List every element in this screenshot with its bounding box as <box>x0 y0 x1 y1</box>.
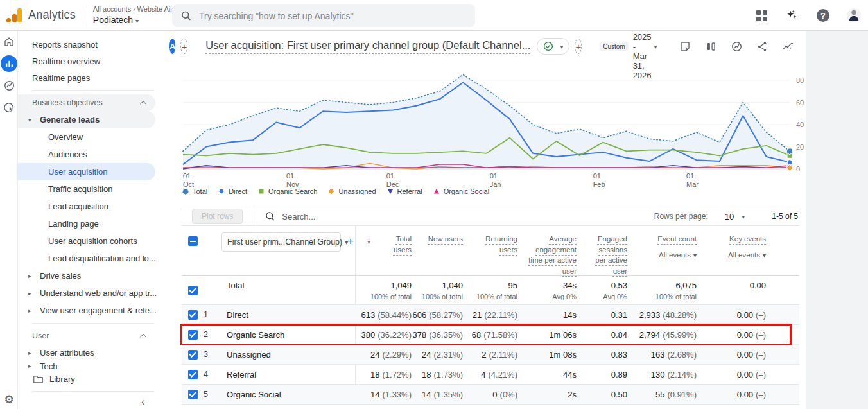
row-checkbox[interactable] <box>188 370 198 379</box>
top-header: Analytics All accounts›Website Aiiner Po… <box>0 0 868 31</box>
notes-icon[interactable] <box>679 40 692 53</box>
compare-icon[interactable] <box>705 40 718 53</box>
gemini-sparkle-icon[interactable] <box>785 8 800 23</box>
add-comparison-button[interactable]: + <box>180 39 187 54</box>
dimension-selector[interactable]: First user prim...Channel Group)▾ <box>221 232 341 252</box>
column-header-engaged-sessions-per-active-user[interactable]: Engaged sessions per active user <box>577 226 627 277</box>
caret-right-icon: ▸ <box>28 350 40 356</box>
comparison-badge[interactable]: A <box>169 39 175 54</box>
svg-text:01: 01 <box>286 172 294 180</box>
caret-right-icon: ▸ <box>28 273 40 279</box>
column-header-new-users[interactable]: New users <box>412 226 463 277</box>
explore-icon[interactable] <box>0 74 18 96</box>
sidebar-item-understand-web-and-or-app-tr[interactable]: ▸Understand web and/or app tr... <box>18 284 161 302</box>
sidebar-item-drive-sales[interactable]: ▸Drive sales <box>18 267 161 284</box>
sidebar-item-realtime-overview[interactable]: Realtime overview <box>18 53 161 69</box>
add-dimension-button[interactable]: + <box>347 235 354 248</box>
table-row-organic-search[interactable]: 2Organic Search380(36.22%)378(36.35%)68(… <box>182 325 799 345</box>
table-search-input[interactable] <box>282 212 410 222</box>
row-checkbox[interactable] <box>188 330 198 340</box>
caret-down-icon[interactable]: ▾ <box>742 213 745 220</box>
insights-icon[interactable] <box>782 40 795 53</box>
row-checkbox[interactable] <box>188 350 198 360</box>
column-header-key-events[interactable]: Key eventsAll events▾ <box>697 226 766 277</box>
column-header-event-count[interactable]: Event countAll events▾ <box>627 226 697 277</box>
row-checkbox[interactable] <box>188 390 198 399</box>
total-value: 1,049 <box>355 281 412 290</box>
sidebar-item-audiences[interactable]: Audiences <box>18 146 161 163</box>
column-header-average-engagement-time-per-active-user[interactable]: Average engagement time per active user <box>517 226 577 277</box>
sidebar-divider <box>32 90 154 91</box>
library-label: Library <box>49 374 75 384</box>
table-row-referral[interactable]: 4Referral18(1.72%)18(1.73%)4(4.21%)44s0.… <box>182 365 799 385</box>
account-switcher[interactable]: All accounts›Website Aiiner Podiatech▾ <box>93 5 182 25</box>
row-index: 4 <box>204 365 220 384</box>
sidebar-item-lead-disqualification-and-lo[interactable]: Lead disqualification and lo... <box>18 250 161 267</box>
sidebar-item-library[interactable]: Library <box>18 370 161 387</box>
rows-per-page-select[interactable]: 10 <box>725 212 734 222</box>
report-toolbar-icons <box>679 40 820 53</box>
sidebar-item-reports-snapshot[interactable]: Reports snapshot <box>18 36 161 53</box>
svg-text:01: 01 <box>183 172 191 180</box>
help-icon[interactable]: ? <box>815 8 831 23</box>
group-label: View user engagement & rete... <box>40 306 157 315</box>
sidebar-item-business-objectives[interactable]: Business objectives <box>18 94 155 111</box>
sidebar-item-overview[interactable]: Overview <box>18 128 161 146</box>
table-row-direct[interactable]: 1Direct613(58.44%)606(58.27%)21(22.11%)1… <box>182 305 799 325</box>
sidebar-item-user-acquisition-cohorts[interactable]: User acquisition cohorts <box>18 232 161 250</box>
sidebar-item-user-attributes[interactable]: ▸User attributes <box>18 344 161 361</box>
sort-descending-icon[interactable]: ↓ <box>367 234 371 245</box>
svg-text:0: 0 <box>796 165 800 173</box>
table-search[interactable] <box>265 211 654 222</box>
metric-filter-dropdown[interactable]: All events▾ <box>697 250 766 261</box>
rows-per-page-label: Rows per page: <box>654 212 708 221</box>
share-icon[interactable] <box>756 40 769 53</box>
metric-value: 0.00(–) <box>697 325 766 344</box>
svg-text:01: 01 <box>386 172 394 180</box>
property-selector[interactable]: Podiatech▾ <box>93 15 182 25</box>
add-report-item-button[interactable]: + <box>575 39 582 54</box>
sidebar-item-user[interactable]: User <box>18 327 155 344</box>
row-checkbox[interactable] <box>188 310 198 320</box>
sidebar-item-view-user-engagement-rete[interactable]: ▸View user engagement & rete... <box>18 302 161 319</box>
admin-gear-icon[interactable]: ⚙ <box>0 393 18 406</box>
home-icon[interactable] <box>0 31 18 53</box>
table-row-organic-social[interactable]: 5Organic Social14(1.33%)14(1.35%)0(0%)2s… <box>182 385 799 405</box>
report-status-pill[interactable]: ▾ <box>537 38 569 55</box>
column-header-total-users[interactable]: Total users <box>355 226 412 277</box>
logo-area[interactable]: Analytics <box>0 8 76 23</box>
select-all-checkbox[interactable] <box>188 236 198 246</box>
caret-down-icon: ▾ <box>28 117 40 123</box>
metric-value: 1m 06s <box>517 325 577 344</box>
sidebar-item-user-acquisition[interactable]: User acquisition <box>18 163 155 180</box>
table-row-unassigned[interactable]: 3Unassigned24(2.29%)24(2.31%)2(2.11%)1m … <box>182 345 799 365</box>
plot-rows-button[interactable]: Plot rows <box>192 209 243 224</box>
advertising-icon[interactable] <box>0 96 18 118</box>
apps-grid-icon[interactable] <box>754 8 769 23</box>
column-header-returning-users[interactable]: Returning users <box>463 226 517 277</box>
sidebar-item-tech[interactable]: ▸Tech <box>18 361 161 370</box>
global-search-input[interactable] <box>199 11 466 21</box>
chevron-up-icon <box>140 100 146 107</box>
caret-right-icon: ▸ <box>28 290 40 297</box>
collapse-sidebar-button[interactable]: ‹ <box>141 396 144 408</box>
group-label: Understand web and/or app tr... <box>40 288 157 298</box>
reports-icon[interactable] <box>0 53 18 74</box>
metric-value: 0.31 <box>577 305 627 324</box>
analytics-logo-icon <box>6 8 23 23</box>
chart-legend: TotalDirectOrganic SearchUnassignedRefer… <box>182 187 489 195</box>
sidebar-item-lead-acquisition[interactable]: Lead acquisition <box>18 198 161 215</box>
sidebar-item-landing-page[interactable]: Landing page <box>18 215 161 232</box>
global-search[interactable] <box>172 4 475 27</box>
sidebar-divider <box>32 323 154 324</box>
report-title[interactable]: User acquisition: First user primary cha… <box>205 39 530 54</box>
explore-circle-icon[interactable] <box>731 40 743 53</box>
avatar[interactable] <box>846 8 862 23</box>
metric-value: 0.84 <box>577 325 627 344</box>
sidebar-item-traffic-acquisition[interactable]: Traffic acquisition <box>18 180 161 198</box>
sidebar-item-realtime-pages[interactable]: Realtime pages <box>18 69 161 86</box>
main-content: A + User acquisition: First user primary… <box>161 31 806 409</box>
row-checkbox[interactable] <box>188 286 198 295</box>
metric-filter-dropdown[interactable]: All events▾ <box>627 250 697 261</box>
sidebar-item-generate-leads[interactable]: ▾Generate leads <box>18 111 155 128</box>
